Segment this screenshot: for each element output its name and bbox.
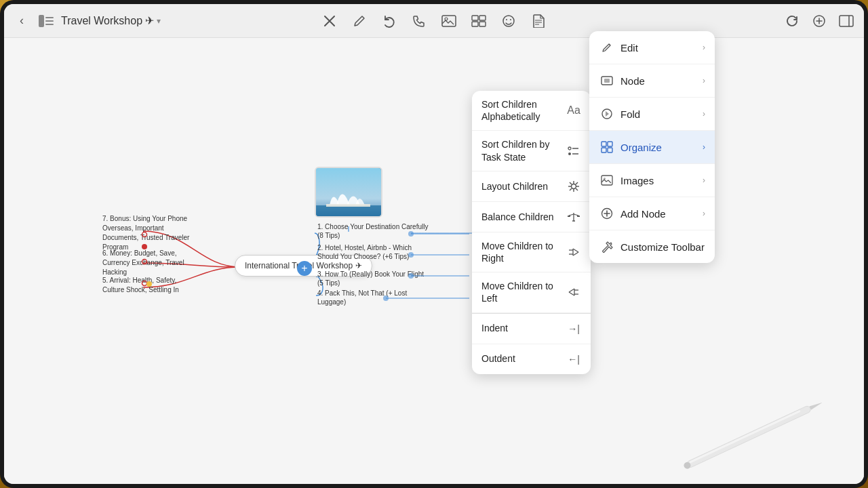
left-node-3-text: 5. Arrival: Health, Safety, Culture Shoc… xyxy=(102,277,179,293)
back-button[interactable]: ‹ xyxy=(12,12,31,30)
customize-toolbar-label: Customize Toolbar xyxy=(620,241,705,253)
left-node-2[interactable]: 6. Money: Budget, Save, Currency Exchang… xyxy=(102,249,191,277)
add-node-menu-item[interactable]: Add Node › xyxy=(589,197,715,230)
pen-icon[interactable] xyxy=(350,12,369,30)
layout-children-item[interactable]: Layout Children xyxy=(472,171,591,202)
toolbar-right xyxy=(648,12,856,30)
dropdown-arrow-icon[interactable]: ▾ xyxy=(157,16,161,26)
toolbar-left: ‹ Travel Workshop ✈ ▾ xyxy=(12,12,220,30)
sidebar-toggle-icon[interactable] xyxy=(37,12,56,30)
document-icon[interactable] xyxy=(529,12,548,30)
add-node-button[interactable]: + xyxy=(297,261,312,276)
sort-alpha-label: Sort Children Alphabetically xyxy=(481,98,566,123)
title-text: Travel Workshop ✈ xyxy=(61,14,154,27)
emoji-icon[interactable] xyxy=(499,12,518,30)
close-icon[interactable] xyxy=(320,12,339,30)
left-node-1-text: 7. Bonus: Using Your Phone Overseas, Imp… xyxy=(102,215,189,251)
fold-menu-item[interactable]: Fold › xyxy=(589,98,715,131)
node-menu-item[interactable]: Node › xyxy=(589,64,715,98)
left-node-3[interactable]: 5. Arrival: Health, Safety, Culture Shoc… xyxy=(102,276,191,295)
images-icon xyxy=(599,172,615,188)
images-menu-item[interactable]: Images › xyxy=(589,164,715,197)
right-node-2-text: 2. Hotel, Hostel, Airbnb - Which Should … xyxy=(317,244,412,260)
svg-line-52 xyxy=(569,214,574,216)
customize-toolbar-icon xyxy=(599,239,615,255)
add-node-menu-icon xyxy=(599,205,615,222)
edit-icon xyxy=(599,39,615,56)
svg-line-47 xyxy=(570,182,572,184)
svg-rect-9 xyxy=(479,22,486,26)
grid-icon[interactable] xyxy=(469,12,488,30)
image-node-opera-house xyxy=(315,167,382,218)
right-node-4[interactable]: 4. Pack This, Not That (+ Lost Luggage) xyxy=(317,289,429,306)
edit-chevron: › xyxy=(703,43,705,52)
svg-rect-1 xyxy=(45,17,54,18)
right-node-1[interactable]: 1. Choose Your Destination Carefully (8 … xyxy=(317,222,429,240)
toolbar: ‹ Travel Workshop ✈ ▾ xyxy=(4,4,864,38)
right-node-3[interactable]: 3. How To (Really) Book Your Flight (5 T… xyxy=(317,270,429,287)
move-children-left-item[interactable]: Move Children to Left xyxy=(472,272,591,312)
left-node-2-text: 6. Money: Budget, Save, Currency Exchang… xyxy=(102,249,184,276)
layout-children-icon xyxy=(566,179,581,194)
svg-line-50 xyxy=(570,188,572,190)
svg-point-12 xyxy=(510,19,511,20)
svg-line-59 xyxy=(573,249,578,252)
organize-menu-item[interactable]: Organize › xyxy=(589,131,715,164)
plus-circle-icon[interactable] xyxy=(810,12,829,30)
indent-label: Indent xyxy=(481,322,566,334)
add-node-chevron: › xyxy=(703,209,705,218)
sort-task-label: Sort Children by Task State xyxy=(481,138,566,163)
sort-task-state-item[interactable]: Sort Children by Task State xyxy=(472,131,591,171)
main-context-menu: Edit › Node › Fold › xyxy=(589,31,715,263)
svg-rect-6 xyxy=(472,16,478,20)
indent-icon: →| xyxy=(566,321,581,336)
layout-children-label: Layout Children xyxy=(481,180,566,192)
organize-submenu: Sort Children Alphabetically Aa Sort Chi… xyxy=(472,91,591,374)
customize-toolbar-menu-item[interactable]: Customize Toolbar xyxy=(589,230,715,263)
svg-line-49 xyxy=(576,182,578,184)
right-node-3-text: 3. How To (Really) Book Your Flight (5 T… xyxy=(317,270,424,287)
sort-task-icon xyxy=(566,144,581,159)
indent-item[interactable]: Indent →| xyxy=(472,314,591,344)
sort-alphabetically-item[interactable]: Sort Children Alphabetically Aa xyxy=(472,91,591,131)
balance-children-item[interactable]: Balance Children xyxy=(472,202,591,232)
edit-label: Edit xyxy=(620,42,703,54)
balance-children-label: Balance Children xyxy=(481,211,566,223)
node-label: Node xyxy=(620,75,703,87)
svg-rect-54 xyxy=(568,216,570,217)
images-label: Images xyxy=(620,175,703,186)
document-title: Travel Workshop ✈ ▾ xyxy=(61,14,161,27)
move-left-label: Move Children to Left xyxy=(481,280,566,304)
svg-rect-71 xyxy=(608,142,612,146)
svg-line-60 xyxy=(573,252,578,256)
edit-menu-item[interactable]: Edit › xyxy=(589,31,715,64)
mindmap-canvas: International Travel Workshop ✈ + 7. Bon… xyxy=(4,38,864,484)
svg-point-11 xyxy=(506,19,507,20)
svg-line-65 xyxy=(569,292,574,296)
svg-point-42 xyxy=(572,184,576,188)
svg-rect-73 xyxy=(608,148,612,152)
svg-point-5 xyxy=(445,18,448,20)
outdent-item[interactable]: Outdent ←| xyxy=(472,344,591,374)
move-children-right-item[interactable]: Move Children to Right xyxy=(472,232,591,272)
fold-chevron: › xyxy=(703,109,705,119)
left-node-1[interactable]: 7. Bonus: Using Your Phone Overseas, Imp… xyxy=(102,214,191,252)
node-chevron: › xyxy=(703,76,705,85)
organize-label: Organize xyxy=(620,142,703,153)
balance-children-icon xyxy=(566,209,581,224)
move-right-icon xyxy=(566,245,581,260)
image-icon[interactable] xyxy=(439,12,458,30)
ipad-frame: ‹ Travel Workshop ✈ ▾ xyxy=(0,0,868,488)
svg-line-53 xyxy=(574,214,578,216)
organize-chevron: › xyxy=(703,142,705,152)
sort-alpha-icon: Aa xyxy=(566,103,581,118)
right-node-2[interactable]: 2. Hotel, Hostel, Airbnb - Which Should … xyxy=(317,243,429,261)
refresh-icon[interactable] xyxy=(783,12,802,30)
phone-icon[interactable] xyxy=(410,12,429,30)
sidebar-right-icon[interactable] xyxy=(837,12,856,30)
organize-icon xyxy=(599,139,615,155)
svg-rect-24 xyxy=(316,205,382,218)
undo-icon[interactable] xyxy=(380,12,399,30)
svg-rect-72 xyxy=(601,148,606,152)
images-chevron: › xyxy=(703,176,705,185)
